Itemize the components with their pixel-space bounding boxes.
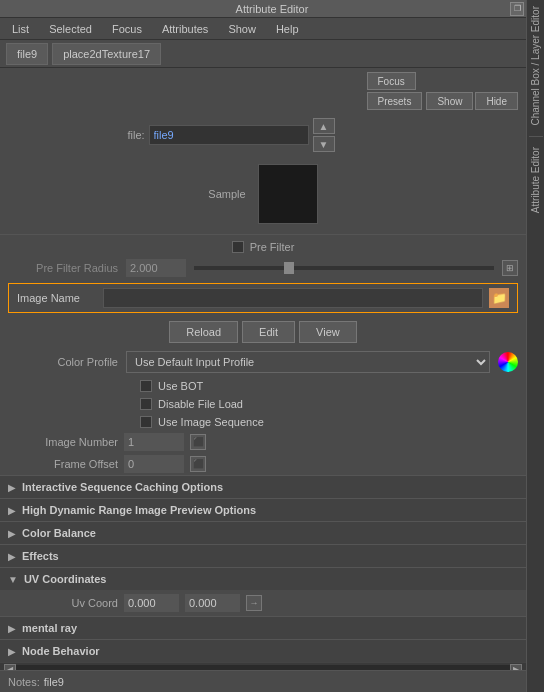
sample-preview <box>258 164 318 224</box>
mental-ray-arrow: ▶ <box>8 623 16 634</box>
color-swatch-icon[interactable] <box>498 352 518 372</box>
notes-label: Notes: <box>8 676 40 688</box>
menu-help[interactable]: Help <box>272 21 303 37</box>
effects-arrow: ▶ <box>8 551 16 562</box>
horizontal-scrollbar[interactable]: ◀ ▶ <box>0 662 526 670</box>
uv-coord-v-input[interactable] <box>185 594 240 612</box>
image-number-label: Image Number <box>8 436 118 448</box>
file-down-arrow[interactable]: ▼ <box>313 136 335 152</box>
pre-filter-radius-label: Pre Filter Radius <box>8 262 118 274</box>
node-behavior-arrow: ▶ <box>8 646 16 657</box>
tab-file9[interactable]: file9 <box>6 43 48 65</box>
focus-button[interactable]: Focus <box>367 72 416 90</box>
image-name-row: Image Name 📁 <box>8 283 518 313</box>
uv-coordinates-title: UV Coordinates <box>24 573 107 585</box>
interactive-sequence-title: Interactive Sequence Caching Options <box>22 481 223 493</box>
section-uv-coordinates[interactable]: ▼ UV Coordinates <box>0 567 526 590</box>
section-color-balance[interactable]: ▶ Color Balance <box>0 521 526 544</box>
section-node-behavior[interactable]: ▶ Node Behavior <box>0 639 526 662</box>
pre-filter-radius-input[interactable] <box>126 259 186 277</box>
color-profile-row: Color Profile Use Default Input Profile <box>0 347 526 377</box>
mental-ray-title: mental ray <box>22 622 77 634</box>
show-button[interactable]: Show <box>426 92 473 110</box>
window-title: Attribute Editor <box>34 3 510 15</box>
channel-box-label[interactable]: Channel Box / Layer Editor <box>528 0 543 132</box>
hdr-preview-arrow: ▶ <box>8 505 16 516</box>
use-image-sequence-label: Use Image Sequence <box>158 416 264 428</box>
scroll-left-button[interactable]: ◀ <box>4 664 16 671</box>
effects-title: Effects <box>22 550 59 562</box>
attribute-editor-label[interactable]: Attribute Editor <box>528 141 543 219</box>
disable-file-load-checkbox[interactable] <box>140 398 152 410</box>
right-panel-labels: Channel Box / Layer Editor Attribute Edi… <box>526 0 544 692</box>
menu-attributes[interactable]: Attributes <box>158 21 212 37</box>
pre-filter-checkbox[interactable] <box>232 241 244 253</box>
frame-offset-row: Frame Offset ⬛ <box>0 453 526 475</box>
scroll-right-button[interactable]: ▶ <box>510 664 522 671</box>
file-up-arrow[interactable]: ▲ <box>313 118 335 134</box>
use-bot-row: Use BOT <box>0 377 526 395</box>
use-bot-label: Use BOT <box>158 380 203 392</box>
interactive-sequence-arrow: ▶ <box>8 482 16 493</box>
scrollable-content: Sample Pre Filter Pre Filter Radius ⊞ <box>0 156 526 670</box>
uv-coord-connect-btn[interactable]: → <box>246 595 262 611</box>
tab-place2d[interactable]: place2dTexture17 <box>52 43 161 65</box>
use-bot-checkbox[interactable] <box>140 380 152 392</box>
reload-button[interactable]: Reload <box>169 321 238 343</box>
image-name-label: Image Name <box>17 292 97 304</box>
image-number-connect-btn[interactable]: ⬛ <box>190 434 206 450</box>
browse-folder-button[interactable]: 📁 <box>489 288 509 308</box>
tab-bar: file9 place2dTexture17 <box>0 40 526 68</box>
menu-bar: List Selected Focus Attributes Show Help <box>0 18 544 40</box>
uv-coord-row: Uv Coord → <box>8 594 518 612</box>
restore-button[interactable]: ❐ <box>510 2 524 16</box>
divider-1 <box>0 234 526 235</box>
slider-thumb[interactable] <box>284 262 294 274</box>
section-interactive-sequence[interactable]: ▶ Interactive Sequence Caching Options <box>0 475 526 498</box>
disable-file-load-row: Disable File Load <box>0 395 526 413</box>
file-row: file: ▲ ▼ <box>0 114 526 156</box>
view-button[interactable]: View <box>299 321 357 343</box>
uv-coord-label: Uv Coord <box>8 597 118 609</box>
disable-file-load-label: Disable File Load <box>158 398 243 410</box>
pre-filter-radius-row: Pre Filter Radius ⊞ <box>0 257 526 279</box>
menu-list[interactable]: List <box>8 21 33 37</box>
frame-offset-input[interactable] <box>124 455 184 473</box>
uv-content: Uv Coord → <box>0 590 526 616</box>
notes-bar: Notes: file9 <box>0 670 526 692</box>
menu-focus[interactable]: Focus <box>108 21 146 37</box>
color-profile-select[interactable]: Use Default Input Profile <box>126 351 490 373</box>
slider-track[interactable] <box>194 266 494 270</box>
node-behavior-title: Node Behavior <box>22 645 100 657</box>
sample-label: Sample <box>208 188 245 200</box>
title-bar: Attribute Editor ❐ ✕ <box>0 0 544 18</box>
action-buttons-row: Reload Edit View <box>0 317 526 347</box>
image-name-input[interactable] <box>103 288 483 308</box>
uv-coordinates-arrow: ▼ <box>8 574 18 585</box>
menu-show[interactable]: Show <box>224 21 260 37</box>
frame-offset-connect-btn[interactable]: ⬛ <box>190 456 206 472</box>
file-label: file: <box>127 129 144 141</box>
image-number-row: Image Number ⬛ <box>0 431 526 453</box>
slider-expand-btn[interactable]: ⊞ <box>502 260 518 276</box>
section-mental-ray[interactable]: ▶ mental ray <box>0 616 526 639</box>
use-image-sequence-checkbox[interactable] <box>140 416 152 428</box>
image-number-input[interactable] <box>124 433 184 451</box>
hide-button[interactable]: Hide <box>475 92 518 110</box>
section-hdr-preview[interactable]: ▶ High Dynamic Range Image Preview Optio… <box>0 498 526 521</box>
color-balance-title: Color Balance <box>22 527 96 539</box>
color-balance-arrow: ▶ <box>8 528 16 539</box>
file-input[interactable] <box>149 125 309 145</box>
color-profile-label: Color Profile <box>8 356 118 368</box>
menu-selected[interactable]: Selected <box>45 21 96 37</box>
pre-filter-row: Pre Filter <box>0 237 526 257</box>
sample-section: Sample <box>0 156 526 232</box>
edit-button[interactable]: Edit <box>242 321 295 343</box>
section-effects[interactable]: ▶ Effects <box>0 544 526 567</box>
h-scroll-track[interactable] <box>16 665 510 671</box>
hdr-preview-title: High Dynamic Range Image Preview Options <box>22 504 256 516</box>
frame-offset-label: Frame Offset <box>8 458 118 470</box>
use-image-sequence-row: Use Image Sequence <box>0 413 526 431</box>
uv-coord-u-input[interactable] <box>124 594 179 612</box>
presets-button[interactable]: Presets <box>367 92 423 110</box>
